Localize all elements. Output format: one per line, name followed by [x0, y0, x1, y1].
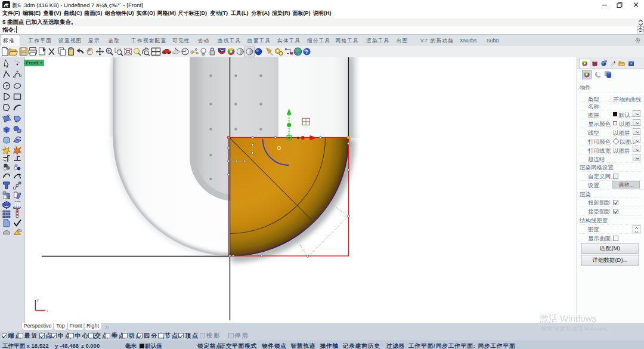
- svg-text:?: ?: [305, 49, 309, 55]
- svg-text:x: x: [47, 309, 48, 313]
- svg-text:y: y: [37, 298, 39, 302]
